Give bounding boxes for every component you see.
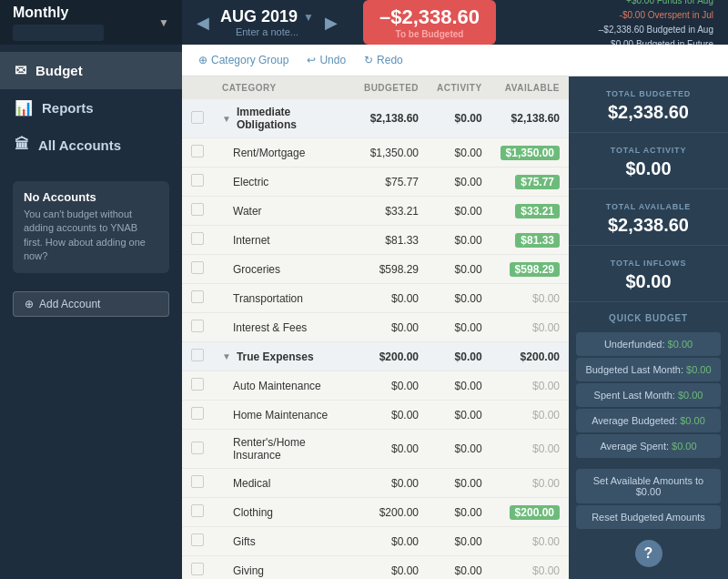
table-row[interactable]: Clothing $200.00 $0.00 $200.00 [182, 498, 569, 527]
table-row[interactable]: Renter's/Home Insurance $0.00 $0.00 $0.0… [182, 430, 569, 469]
undo-button[interactable]: ↩ Undo [303, 52, 349, 68]
row-budgeted[interactable]: $200.00 [355, 498, 428, 527]
quick-budget-action-button[interactable]: Set Available Amounts to $0.00 [576, 469, 721, 503]
table-row[interactable]: Transportation $0.00 $0.00 $0.00 [182, 284, 569, 313]
total-inflows-value: $0.00 [583, 271, 713, 292]
group-checkbox-cell[interactable] [182, 99, 213, 138]
row-checkbox[interactable] [191, 442, 204, 454]
table-row[interactable]: Internet $81.33 $0.00 $81.33 [182, 226, 569, 255]
row-checkbox-cell[interactable] [182, 284, 213, 313]
row-category-name: Renter's/Home Insurance [213, 430, 355, 469]
row-checkbox-cell[interactable] [182, 469, 213, 498]
row-checkbox-cell[interactable] [182, 197, 213, 226]
prev-month-button[interactable]: ◀ [197, 13, 209, 33]
row-budgeted[interactable]: $0.00 [355, 313, 428, 342]
next-month-button[interactable]: ▶ [325, 13, 338, 33]
budget-table-wrap: CATEGORY BUDGETED ACTIVITY AVAILABLE ▼ I… [182, 76, 569, 579]
group-row[interactable]: ▼ True Expenses $200.00 $0.00 $200.00 [182, 342, 569, 371]
sidebar-item-reports[interactable]: 📊 Reports [0, 89, 182, 127]
total-available-label: TOTAL AVAILABLE [583, 202, 713, 211]
row-checkbox[interactable] [191, 533, 204, 546]
row-checkbox-cell[interactable] [182, 527, 213, 556]
group-checkbox[interactable] [191, 349, 204, 361]
month-dropdown-icon[interactable]: ▼ [303, 11, 314, 24]
redo-icon: ↻ [364, 54, 373, 66]
table-row[interactable]: Giving $0.00 $0.00 $0.00 [182, 556, 569, 580]
quick-budget-item[interactable]: Average Budgeted: $0.00 [576, 409, 721, 432]
row-budgeted[interactable]: $0.00 [355, 371, 428, 401]
row-budgeted[interactable]: $0.00 [355, 556, 428, 580]
sidebar-item-budget[interactable]: ✉ Budget [0, 52, 182, 89]
month-label: AUG 2019 [220, 7, 298, 26]
table-row[interactable]: Groceries $598.29 $0.00 $598.29 [182, 255, 569, 284]
row-budgeted[interactable]: $33.21 [355, 197, 428, 226]
sidebar-header[interactable]: Monthly ▼ [0, 0, 182, 45]
row-available: $75.77 [491, 168, 569, 197]
row-checkbox-cell[interactable] [182, 556, 213, 580]
table-row[interactable]: Water $33.21 $0.00 $33.21 [182, 197, 569, 226]
row-checkbox-cell[interactable] [182, 401, 213, 430]
row-budgeted[interactable]: $1,350.00 [355, 138, 428, 168]
row-checkbox[interactable] [191, 174, 204, 187]
quick-budget-title: QUICK BUDGET [569, 302, 728, 330]
row-budgeted[interactable]: $0.00 [355, 469, 428, 498]
row-budgeted[interactable]: $81.33 [355, 226, 428, 255]
row-checkbox[interactable] [191, 261, 204, 274]
category-group-button[interactable]: ⊕ Category Group [195, 52, 292, 68]
sidebar-item-all-accounts[interactable]: 🏛 All Accounts [0, 127, 182, 163]
row-checkbox-cell[interactable] [182, 371, 213, 401]
quick-budget-action-button[interactable]: Reset Budgeted Amounts [576, 505, 721, 529]
row-checkbox[interactable] [191, 504, 204, 517]
row-checkbox-cell[interactable] [182, 498, 213, 527]
current-month-display[interactable]: AUG 2019 ▼ [220, 7, 314, 26]
quick-budget-item[interactable]: Underfunded: $0.00 [576, 332, 721, 356]
row-budgeted[interactable]: $75.77 [355, 168, 428, 197]
overspent-jul: -$0.00 Overspent in Jul [599, 8, 713, 23]
row-checkbox-cell[interactable] [182, 226, 213, 255]
row-budgeted[interactable]: $0.00 [355, 401, 428, 430]
row-checkbox-cell[interactable] [182, 138, 213, 168]
table-row[interactable]: Gifts $0.00 $0.00 $0.00 [182, 527, 569, 556]
available-badge: $0.00 [532, 564, 560, 577]
row-checkbox-cell[interactable] [182, 430, 213, 469]
available-badge: $200.00 [510, 505, 560, 520]
collapse-arrow-icon[interactable]: ▼ [222, 351, 231, 361]
row-checkbox[interactable] [191, 145, 204, 157]
table-row[interactable]: Electric $75.77 $0.00 $75.77 [182, 168, 569, 197]
row-checkbox-cell[interactable] [182, 255, 213, 284]
table-row[interactable]: Home Maintenance $0.00 $0.00 $0.00 [182, 401, 569, 430]
row-checkbox-cell[interactable] [182, 313, 213, 342]
row-checkbox[interactable] [191, 378, 204, 391]
row-checkbox[interactable] [191, 407, 204, 420]
quick-budget-item[interactable]: Budgeted Last Month: $0.00 [576, 358, 721, 381]
row-checkbox[interactable] [191, 563, 204, 575]
row-budgeted[interactable]: $598.29 [355, 255, 428, 284]
no-accounts-box: No Accounts You can't budget without add… [13, 181, 169, 273]
category-group-label: Category Group [211, 54, 288, 66]
table-row[interactable]: Interest & Fees $0.00 $0.00 $0.00 [182, 313, 569, 342]
row-checkbox[interactable] [191, 203, 204, 216]
row-checkbox[interactable] [191, 475, 204, 488]
collapse-arrow-icon[interactable]: ▼ [222, 114, 231, 124]
table-row[interactable]: Auto Maintenance $0.00 $0.00 $0.00 [182, 371, 569, 401]
row-budgeted[interactable]: $0.00 [355, 284, 428, 313]
group-name-cell: ▼ Immediate Obligations [213, 99, 355, 138]
row-activity: $0.00 [428, 168, 491, 197]
row-checkbox[interactable] [191, 320, 204, 332]
help-button[interactable]: ? [635, 540, 662, 567]
row-checkbox[interactable] [191, 232, 204, 245]
row-budgeted[interactable]: $0.00 [355, 527, 428, 556]
table-row[interactable]: Medical $0.00 $0.00 $0.00 [182, 469, 569, 498]
quick-budget-item[interactable]: Spent Last Month: $0.00 [576, 383, 721, 407]
redo-button[interactable]: ↻ Redo [360, 52, 407, 68]
group-checkbox-cell[interactable] [182, 342, 213, 371]
note-input[interactable]: Enter a note... [236, 26, 298, 37]
group-checkbox[interactable] [191, 111, 204, 124]
row-checkbox[interactable] [191, 290, 204, 303]
row-checkbox-cell[interactable] [182, 168, 213, 197]
row-budgeted[interactable]: $0.00 [355, 430, 428, 469]
add-account-button[interactable]: ⊕ Add Account [13, 291, 169, 317]
table-row[interactable]: Rent/Mortgage $1,350.00 $0.00 $1,350.00 [182, 138, 569, 168]
quick-budget-item[interactable]: Average Spent: $0.00 [576, 434, 721, 458]
group-row[interactable]: ▼ Immediate Obligations $2,138.60 $0.00 … [182, 99, 569, 138]
